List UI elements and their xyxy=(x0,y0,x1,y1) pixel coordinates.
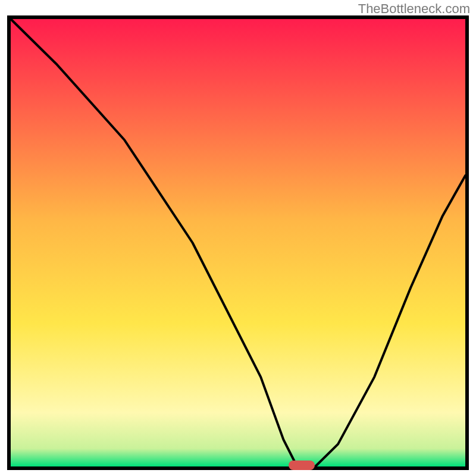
bottleneck-chart xyxy=(7,15,469,470)
plot-background xyxy=(11,19,465,466)
chart-container: TheBottleneck.com xyxy=(0,0,476,476)
watermark-text: TheBottleneck.com xyxy=(358,1,470,17)
optimal-marker xyxy=(289,461,315,470)
